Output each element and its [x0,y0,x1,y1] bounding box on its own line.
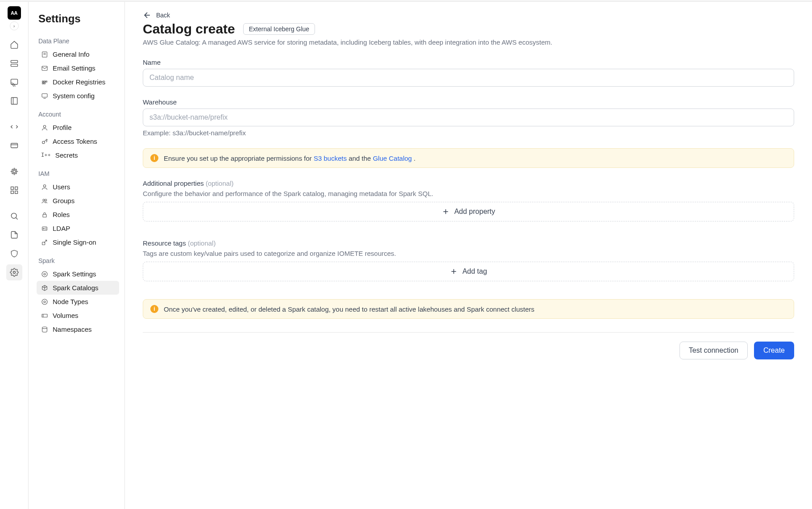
svg-point-38 [43,228,45,229]
nav-label: Email Settings [53,64,95,72]
nav-users[interactable]: Users [37,180,119,194]
rail-shield-icon[interactable] [6,246,22,262]
rail-search-icon[interactable] [6,208,22,224]
nav-access-tokens[interactable]: Access Tokens [37,134,119,148]
props-label: Additional properties (optional) [143,179,794,187]
svg-rect-2 [11,79,17,84]
rail-settings-icon[interactable] [6,264,22,280]
rail-notebook-icon[interactable] [6,93,22,109]
footer-divider [143,332,794,333]
nav-namespaces[interactable]: Namespaces [37,322,119,336]
rail-file-icon[interactable] [6,227,22,243]
svg-rect-27 [42,83,44,84]
nav-ldap[interactable]: LDAP [37,221,119,235]
nav-groups[interactable]: Groups [37,194,119,208]
nav-node-types[interactable]: Node Types [37,295,119,309]
rail-card-icon[interactable] [6,138,22,154]
nav-roles[interactable]: Roles [37,208,119,221]
expand-rail-button[interactable]: › [10,21,19,30]
nav-label: Groups [53,197,75,204]
svg-rect-28 [44,83,46,84]
nav-email-settings[interactable]: Email Settings [37,61,119,75]
rail-cast-icon[interactable] [6,74,22,90]
svg-rect-29 [42,93,47,97]
nav-secrets[interactable]: I∗∗Secrets [37,148,119,162]
rail-apps-icon[interactable] [6,182,22,198]
nav-label: System config [53,92,95,100]
settings-title: Settings [37,13,119,25]
link-s3-buckets[interactable]: S3 buckets [314,154,347,162]
nav-label: Node Types [53,298,88,305]
tags-label: Resource tags (optional) [143,239,794,247]
name-input[interactable] [143,69,794,87]
add-property-button[interactable]: Add property [143,202,794,221]
app-logo: AA [8,6,21,20]
restart-alert: i Once you've created, edited, or delete… [143,299,794,319]
warehouse-input[interactable] [143,108,794,126]
nav-general-info[interactable]: General Info [37,47,119,61]
nav-profile[interactable]: Profile [37,121,119,134]
section-spark: Spark [38,257,119,264]
svg-point-17 [11,213,17,218]
nav-label: Spark Settings [53,270,96,278]
nav-docker-registries[interactable]: Docker Registries [37,75,119,89]
add-tag-button[interactable]: Add tag [143,262,794,281]
link-glue-catalog[interactable]: Glue Catalog [373,154,412,162]
name-label: Name [143,58,794,66]
tags-desc: Tags are custom key/value pairs used to … [143,250,794,257]
svg-point-43 [42,271,47,277]
svg-rect-15 [11,191,13,194]
svg-rect-25 [44,81,46,82]
plus-icon [442,208,450,216]
nav-label: Profile [53,124,72,131]
back-label: Back [156,12,170,19]
section-iam: IAM [38,170,119,177]
arrow-left-icon [143,11,152,20]
svg-rect-16 [15,191,17,194]
alert-text: Once you've created, edited, or deleted … [164,305,534,313]
info-icon: i [150,154,158,162]
create-button[interactable]: Create [754,342,794,359]
nav-spark-settings[interactable]: Spark Settings [37,267,119,281]
svg-rect-46 [42,314,47,317]
nav-label: Single Sign-on [53,238,96,246]
nav-label: Spark Catalogs [53,284,99,292]
nav-label: Users [53,183,70,191]
back-link[interactable]: Back [143,11,794,20]
add-tag-label: Add tag [462,267,487,275]
svg-rect-26 [46,81,47,82]
warehouse-help: Example: s3a://bucket-name/prefix [143,129,794,137]
rail-cpu-icon[interactable] [6,163,22,179]
test-connection-button[interactable]: Test connection [679,342,748,359]
svg-point-33 [43,184,46,187]
svg-point-19 [13,271,15,274]
warehouse-label: Warehouse [143,98,794,106]
rail-home-icon[interactable] [6,37,22,53]
rail-code-icon[interactable] [6,119,22,135]
rail-stack-icon[interactable] [6,55,22,71]
page-title: Catalog create [143,21,235,37]
info-icon: i [150,305,158,313]
svg-point-35 [45,199,47,201]
nav-label: LDAP [53,225,70,232]
main-content: Back Catalog create External Iceberg Glu… [125,2,812,509]
section-data-plane: Data Plane [38,38,119,45]
svg-rect-23 [42,66,47,70]
svg-rect-24 [42,81,44,82]
svg-point-34 [43,199,45,201]
section-account: Account [38,111,119,118]
nav-spark-catalogs[interactable]: Spark Catalogs [37,281,119,295]
props-desc: Configure the behavior and performance o… [143,190,794,197]
plus-icon [450,267,458,275]
nav-system-config[interactable]: System config [37,89,119,103]
svg-line-18 [16,217,17,219]
nav-volumes[interactable]: Volumes [37,309,119,322]
settings-sidebar: Settings Data Plane General Info Email S… [29,2,125,509]
svg-rect-1 [11,64,17,67]
svg-rect-0 [11,60,17,63]
permissions-alert: i Ensure you set up the appropriate perm… [143,148,794,168]
svg-point-31 [43,125,46,127]
svg-point-42 [44,273,46,275]
svg-rect-14 [15,187,17,190]
nav-sso[interactable]: Single Sign-on [37,235,119,249]
